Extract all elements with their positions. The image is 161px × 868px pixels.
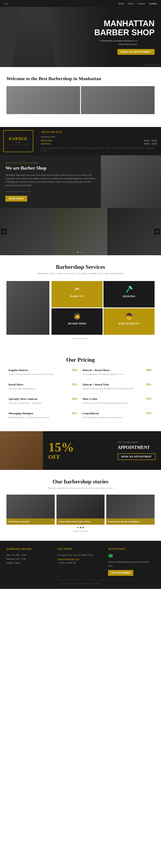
carousel-dot-1[interactable]: [77, 252, 79, 253]
kids-name: Kids Haircut: [107, 322, 151, 325]
discount-title: APPOINTMENT: [118, 445, 156, 450]
we-are-text: The Barber Shop used to be greater than …: [5, 174, 96, 187]
carousel-section: ‹ ›: [0, 208, 161, 255]
services-grid: ✂ Hair Cut 🪒 Shaving 🧔 Beard Trim 👦 Kids…: [52, 281, 155, 335]
carousel-inner: [0, 208, 161, 255]
story-card-1: The barber is the artist: [6, 495, 55, 525]
service-card-kids: 👦 Kids Haircut: [103, 308, 155, 335]
hours-days-2: SAT-SUN: [41, 143, 51, 145]
footer-cta-button[interactable]: GO TO SITE BRIEF: [108, 570, 133, 576]
we-are-section: WELCOME TO THE BOARD We are Barber Shop …: [0, 155, 161, 208]
pricing-price-0: $34+: [72, 369, 78, 372]
hero-subtitle: Unforgettable grooming experience in a b…: [94, 39, 137, 46]
pricing-price-1: $60+: [146, 369, 153, 372]
footer-email-link[interactable]: support@barbershop.com: [57, 558, 79, 560]
pricing-desc-0: A great tool cut is the best accessory a…: [8, 373, 78, 376]
barber-hours: +90 123 456 32 11 Working Hours MON-THU …: [36, 127, 161, 155]
nav-home[interactable]: Home: [118, 2, 124, 5]
footer-hours-title: Working Hours: [6, 547, 53, 551]
nav-about[interactable]: About: [128, 2, 134, 5]
nav-contact[interactable]: Contact: [138, 2, 145, 5]
stories-subtitle: The true measure of success is not what …: [6, 487, 155, 489]
stories-dot-2[interactable]: [80, 527, 82, 528]
pricing-desc-2: Our three-style signature shave: [8, 387, 78, 390]
read-more-button[interactable]: READ MORE: [5, 196, 27, 202]
pricing-desc-6: Relaxing shampoo + scalp massage + hot t…: [8, 416, 78, 419]
barber-logo-text1: BARBER: [8, 137, 29, 141]
pricing-price-3: $65+: [146, 383, 153, 386]
services-layout: ✂ Hair Cut 🪒 Shaving 🧔 Beard Trim 👦 Kids…: [6, 281, 155, 335]
story-caption-3: Success is not the key to happiness: [106, 519, 155, 525]
pricing-price-5: $55+: [146, 397, 153, 401]
footer-bottom: Sample text. This is for Wix website. Fo…: [6, 580, 155, 585]
pricing-title: Our Pricing: [6, 356, 155, 363]
footer-hours-text: Mon - Fri: 8.00 - 19.00 Saturday: 8.00 -…: [6, 553, 53, 565]
stories-title: Our barbershop stories: [6, 478, 155, 485]
barber-logo-sub: SINCE ST. MANHATTAN: [8, 144, 29, 146]
we-are-title: We are Barber Shop: [5, 165, 96, 171]
shaving-name: Shaving: [107, 294, 151, 298]
services-title: Barbershop Services: [6, 264, 155, 270]
footer-hours-col: Working Hours Mon - Fri: 8.00 - 19.00 Sa…: [6, 547, 53, 576]
hours-days-1: MON-THU: [41, 139, 53, 142]
pricing-desc-1: Good experience will bring all together …: [83, 373, 153, 376]
pricing-item-0: Regular Haircut $34+ A great tool cut is…: [6, 365, 80, 379]
welcome-image-2: [81, 86, 155, 114]
services-section: Barbershop Services Sample text. Click t…: [0, 255, 161, 348]
service-card-shaving: 🪒 Shaving: [103, 281, 155, 307]
beard-icon: 🧔: [55, 313, 99, 320]
footer-location-col: Location 17 Green St, New York, NY 10002…: [57, 547, 104, 576]
welcome-section: Welcome to the Best Barbershop in Manhat…: [0, 67, 161, 127]
footer-questions-title: Questions?: [108, 547, 155, 551]
haircut-name: Hair Cut: [55, 294, 99, 298]
pricing-section: Our Pricing Regular Haircut $34+ A great…: [0, 348, 161, 431]
hero-section: MANHATTAN BARBER SHOP Unforgettable groo…: [0, 7, 161, 67]
story-caption-text-2: A great barber doesn't just cut hair: [58, 520, 103, 523]
hero-content: MANHATTAN BARBER SHOP Unforgettable groo…: [94, 19, 155, 55]
story-caption-1: The barber is the artist: [6, 519, 55, 525]
stories-section: Our barbershop stories The true measure …: [0, 470, 161, 541]
welcome-images: [6, 86, 155, 114]
hours-label: Working Hours: [41, 135, 157, 138]
footer-phone: +1 (001) 123 456 789: [57, 561, 104, 565]
welcome-image-1: [6, 86, 80, 114]
we-are-credit: Thanks for support Barber Shop!: [5, 190, 96, 192]
nav-landing[interactable]: Landing: [149, 2, 157, 5]
carousel-item-2: [54, 208, 107, 255]
pricing-price-4: $34+: [72, 397, 78, 401]
footer: Working Hours Mon - Fri: 8.00 - 19.00 Sa…: [0, 541, 161, 589]
discount-cta-button[interactable]: BOOK AN APPOINTMENT: [118, 453, 156, 460]
discount-image: [0, 431, 43, 470]
pricing-item-2: Royal Shave $35+ Our three-style signatu…: [6, 379, 80, 394]
pricing-price-2: $35+: [72, 383, 78, 386]
footer-questions-text: Add us on WhatsApp & send queries for in…: [108, 560, 155, 568]
stories-dot-1[interactable]: [77, 527, 79, 528]
pricing-desc-4: Precision cut with detail + work detail: [8, 402, 78, 405]
barber-logo: BARBER ShoP SINCE ST. MANHATTAN: [8, 137, 29, 146]
story-card-3: Success is not the key to happiness: [106, 495, 155, 525]
we-are-tag: WELCOME TO THE BOARD: [5, 162, 96, 164]
footer-address: 17 Green St, New York, NY 10002, USA: [57, 553, 104, 557]
story-caption-text-3: Success is not the key to happiness: [108, 520, 153, 523]
hero-cta-button[interactable]: BOOK AN APPOINTMENT: [118, 49, 155, 55]
pricing-desc-7: Our long haircut is similar to our clean…: [83, 416, 153, 419]
story-caption-2: A great barber doesn't just cut hair: [57, 519, 105, 525]
stories-nav: [6, 527, 155, 528]
footer-grid: Working Hours Mon - Fri: 8.00 - 19.00 Sa…: [6, 547, 155, 576]
carousel-next-button[interactable]: ›: [154, 228, 160, 235]
navigation: logo Home About Contact Landing: [0, 0, 161, 7]
footer-email: support@barbershop.com: [57, 557, 104, 561]
carousel-dot-3[interactable]: [83, 252, 84, 253]
pricing-item-6: Massaging Shampoo $12+ Relaxing shampoo …: [6, 408, 80, 423]
story-card-2: A great barber doesn't just cut hair: [57, 495, 105, 525]
pricing-name-6: Massaging Shampoo $12+: [8, 412, 78, 415]
stories-dot-3[interactable]: [83, 527, 84, 528]
carousel-prev-button[interactable]: ‹: [1, 228, 7, 235]
hours-row-2: SAT-SUN 09:00 - 19:00: [41, 143, 157, 145]
pricing-item-7: Long Haircut $55+ Our long haircut is si…: [80, 408, 155, 423]
carousel-dot-2[interactable]: [80, 252, 82, 253]
carousel-dots: [77, 252, 84, 253]
carousel-item-1: [0, 208, 54, 255]
discount-right: ON YOUR FIRST APPOINTMENT BOOK AN APPOIN…: [116, 434, 161, 466]
barber-shop-text: ShoP: [8, 142, 29, 144]
